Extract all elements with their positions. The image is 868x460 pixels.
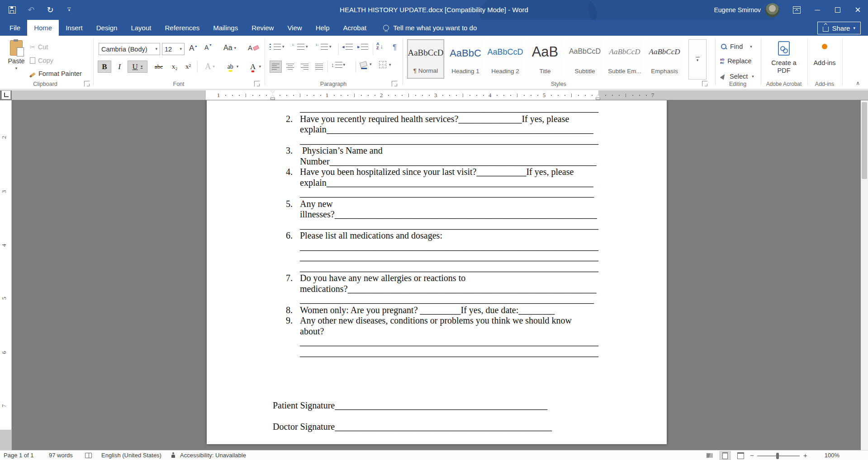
shrink-font-button[interactable]: A ▾ <box>204 44 211 51</box>
zoom-in-button[interactable]: + <box>803 451 807 459</box>
tab-stop-selector[interactable] <box>1 90 11 99</box>
zoom-level[interactable]: 100% <box>820 452 840 459</box>
right-indent-marker[interactable] <box>596 98 600 100</box>
ruler-tick <box>592 95 593 96</box>
replace-button[interactable]: abac Replace <box>720 57 752 65</box>
paragraph-dialog-launcher[interactable] <box>392 81 397 86</box>
align-center-button[interactable] <box>284 61 296 73</box>
document-content[interactable]: ________________________________________… <box>300 103 598 432</box>
style--normal[interactable]: AaBbCcD¶ Normal <box>407 39 444 79</box>
tab-insert[interactable]: Insert <box>59 20 90 36</box>
numbering-button[interactable]: 1 2 3 ▾ <box>292 44 308 50</box>
zoom-slider-thumb[interactable] <box>776 453 779 459</box>
paste-button[interactable]: Paste ▾ <box>5 40 27 70</box>
accessibility-status[interactable]: Accessibility: Unavailable <box>180 452 246 459</box>
editing-group-label: Editing <box>729 81 746 87</box>
account-avatar[interactable] <box>765 3 779 17</box>
show-formatting-marks-button[interactable]: ¶ <box>393 43 397 52</box>
tab-references[interactable]: References <box>158 20 206 36</box>
find-button[interactable]: Find ▾ <box>721 43 752 50</box>
subscript-button[interactable]: x₂ <box>168 61 181 73</box>
style-subtle-em-[interactable]: AaBbCcDSubtle Em... <box>606 39 643 79</box>
word-count[interactable]: 97 words <box>49 452 73 459</box>
superscript-button[interactable]: x² <box>182 61 194 73</box>
tab-mailings[interactable]: Mailings <box>206 20 245 36</box>
document-page[interactable]: ________________________________________… <box>207 100 667 444</box>
clear-formatting-button[interactable]: A <box>248 44 259 52</box>
font-name-combobox[interactable]: Cambria (Body) ▾ <box>99 43 160 55</box>
page-indicator[interactable]: Page 1 of 1 <box>4 452 34 459</box>
style-heading-2[interactable]: AaBbCcDHeading 2 <box>487 39 524 79</box>
ribbon-display-options-button[interactable] <box>787 0 807 20</box>
tab-file[interactable]: File <box>3 20 27 36</box>
read-mode-button[interactable] <box>704 451 716 460</box>
horizontal-ruler[interactable]: 1123457 <box>12 90 868 100</box>
tab-acrobat[interactable]: Acrobat <box>337 20 374 36</box>
style-emphasis[interactable]: AaBbCcDEmphasis <box>646 39 683 79</box>
tab-design[interactable]: Design <box>90 20 124 36</box>
zoom-out-button[interactable]: − <box>750 451 754 459</box>
vertical-ruler[interactable]: 234567 <box>0 100 12 450</box>
font-color-button[interactable]: A ▾ <box>246 61 264 73</box>
font-dialog-launcher[interactable] <box>254 81 260 86</box>
align-right-button[interactable] <box>299 61 311 73</box>
copy-button[interactable]: Copy <box>30 57 53 64</box>
styles-gallery-more-button[interactable]: ▾ <box>688 39 707 80</box>
vertical-scrollbar[interactable] <box>861 100 868 450</box>
scrollbar-thumb[interactable] <box>862 102 867 179</box>
share-button[interactable]: Share ▾ <box>817 22 861 34</box>
create-pdf-button[interactable]: Create a PDF <box>765 41 802 75</box>
doc-fill-in-line: ________________________________________… <box>300 337 598 347</box>
account-name[interactable]: Eugene Smirnov <box>714 6 761 14</box>
tab-layout[interactable]: Layout <box>124 20 158 36</box>
close-button[interactable]: × <box>848 0 868 20</box>
justify-button[interactable] <box>313 61 325 73</box>
first-line-indent-marker[interactable] <box>270 90 275 94</box>
increase-indent-button[interactable]: ▸ <box>357 44 368 50</box>
align-left-button[interactable] <box>270 61 282 73</box>
decrease-indent-button[interactable]: ◂ <box>342 44 353 50</box>
italic-button[interactable]: I <box>113 61 126 73</box>
style-subtitle[interactable]: AaBbCcDSubtitle <box>566 39 603 79</box>
bold-button[interactable]: B <box>98 61 111 73</box>
web-layout-button[interactable] <box>735 451 746 460</box>
tab-help[interactable]: Help <box>309 20 337 36</box>
cut-button[interactable]: ✂ Cut <box>30 43 48 51</box>
tell-me-box[interactable]: Tell me what you want to do <box>373 20 477 36</box>
highlight-color-button[interactable]: ab ▾ <box>223 61 242 73</box>
style-title[interactable]: AaBTitle <box>526 39 564 79</box>
text-effects-button[interactable]: A ▾ <box>201 61 219 73</box>
tab-view[interactable]: View <box>280 20 308 36</box>
print-layout-button[interactable] <box>719 451 731 460</box>
language-indicator[interactable]: English (United States) <box>101 452 161 459</box>
restore-button[interactable] <box>827 0 848 20</box>
style-heading-1[interactable]: AaBbCHeading 1 <box>447 39 484 79</box>
ruler-tick <box>558 95 559 96</box>
line-spacing-button[interactable]: ↕ ▾ <box>331 61 345 68</box>
hanging-indent-marker[interactable] <box>270 94 275 98</box>
sort-button[interactable]: A Z ↓ <box>376 42 383 50</box>
add-ins-button[interactable]: Add-ins <box>811 44 838 66</box>
font-size-combobox[interactable]: 12 ▾ <box>162 43 185 55</box>
right-indent-marker[interactable] <box>596 94 600 98</box>
zoom-slider[interactable] <box>757 455 800 456</box>
proofing-status-button[interactable] <box>85 453 92 460</box>
borders-button[interactable]: ▾ <box>379 61 391 68</box>
tab-review[interactable]: Review <box>245 20 280 36</box>
underline-button[interactable]: U ▾ <box>128 61 147 73</box>
tab-home[interactable]: Home <box>27 20 59 36</box>
change-case-button[interactable]: Aa ▾ <box>223 44 236 52</box>
grow-font-button[interactable]: A ▴ <box>189 44 197 53</box>
shading-button[interactable]: ▾ <box>360 62 372 67</box>
multilevel-list-button[interactable]: 1 a i ▾ <box>316 44 332 50</box>
clipboard-dialog-launcher[interactable] <box>84 81 90 86</box>
format-painter-button[interactable]: Format Painter <box>30 70 82 77</box>
strikethrough-button[interactable]: abc <box>151 61 166 73</box>
minimize-button[interactable] <box>807 0 827 20</box>
bullets-button[interactable]: ▾ <box>270 44 285 50</box>
select-button[interactable]: Select ▾ <box>721 73 754 80</box>
styles-dialog-launcher[interactable] <box>702 81 707 86</box>
left-indent-marker[interactable] <box>270 98 275 100</box>
accessibility-icon-button[interactable] <box>171 452 175 459</box>
collapse-ribbon-button[interactable]: ∧ <box>856 80 860 86</box>
